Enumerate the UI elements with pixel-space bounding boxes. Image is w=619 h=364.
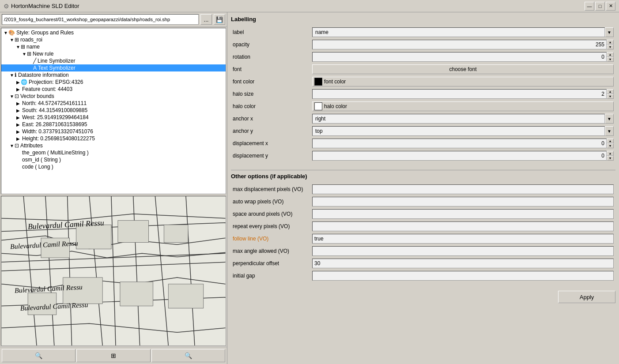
- text-input-4[interactable]: [312, 234, 614, 244]
- text-input-1[interactable]: [312, 197, 614, 206]
- form-label-10: displacement y: [231, 150, 310, 162]
- spinner-input-9[interactable]: [312, 139, 607, 148]
- tree-arrow-datastore-info: ▼: [9, 73, 15, 78]
- dropdown-btn-7[interactable]: ▼: [605, 114, 614, 124]
- spinner-down-10[interactable]: ▼: [607, 156, 614, 161]
- save-button[interactable]: 💾: [214, 14, 225, 25]
- tree-item-east[interactable]: ▶East: 26.288710631538695: [1, 121, 226, 128]
- spinner-input-2[interactable]: [312, 52, 607, 62]
- form-label-8: anchor y: [231, 125, 310, 137]
- svg-rect-20: [168, 284, 204, 308]
- tree-item-width[interactable]: ▶Width: 0.37379133207451076: [1, 128, 226, 135]
- form-label-3: repeat every pixels (VO): [231, 220, 310, 233]
- tree-item-text-symbolizer[interactable]: AText Symbolizer: [1, 64, 226, 71]
- text-input-2[interactable]: [312, 209, 614, 219]
- zoom-in-button[interactable]: 🔍: [2, 349, 75, 362]
- svg-rect-13: [76, 225, 112, 249]
- tree-item-osm-id[interactable]: osm_id ( String ): [1, 156, 226, 163]
- fit-button[interactable]: ⊞: [76, 349, 150, 362]
- maximize-button[interactable]: □: [595, 2, 605, 11]
- spinner-up-9[interactable]: ▲: [607, 139, 614, 143]
- tree-item-projection[interactable]: ▶🌐Projection: EPSG:4326: [1, 79, 226, 86]
- tree-label-height: Height: 0.25698154080122275: [22, 135, 95, 142]
- close-button[interactable]: ✕: [606, 2, 615, 11]
- tree-label-vector-bounds: Vector bounds: [20, 93, 54, 99]
- tree-item-height[interactable]: ▶Height: 0.25698154080122275: [1, 135, 226, 142]
- tree-arrow-vector-bounds: ▼: [9, 94, 15, 99]
- text-input-0[interactable]: [312, 184, 614, 194]
- spinner-down-9[interactable]: ▼: [607, 143, 614, 148]
- tree-item-feature-count[interactable]: ▶Feature count: 44403: [1, 86, 226, 93]
- text-input-3[interactable]: [312, 221, 614, 231]
- form-label-5: max angle allowed (VO): [231, 245, 310, 257]
- text-input-6[interactable]: [312, 259, 614, 268]
- form-control-0: [310, 183, 615, 195]
- text-input-7[interactable]: [312, 271, 614, 281]
- spinner-input-5[interactable]: [312, 89, 607, 99]
- tree-icon-line-symbolizer: ╱: [33, 58, 36, 64]
- tree-item-style-groups[interactable]: ▼🎨Style: Groups and Rules: [1, 29, 226, 36]
- text-input-5[interactable]: [312, 246, 614, 256]
- form-control-1: ▲▼: [310, 38, 615, 51]
- spinner-down-1[interactable]: ▼: [607, 45, 614, 49]
- spinner-down-5[interactable]: ▼: [607, 94, 614, 99]
- dropdown-btn-0[interactable]: ▼: [605, 27, 614, 37]
- file-path-input[interactable]: [2, 14, 199, 25]
- tree-item-line-symbolizer[interactable]: ╱Line Symbolizer: [1, 57, 226, 64]
- tree-item-name[interactable]: ▼⊞name: [1, 43, 226, 50]
- spinner-up-1[interactable]: ▲: [607, 40, 614, 45]
- spinner-up-2[interactable]: ▲: [607, 52, 614, 57]
- spinner-down-2[interactable]: ▼: [607, 57, 614, 62]
- color-picker-4[interactable]: font color: [312, 77, 614, 86]
- spinner-up-10[interactable]: ▲: [607, 151, 614, 156]
- tree-arrow-west: ▶: [15, 115, 21, 120]
- tree-arrow-east: ▶: [15, 122, 21, 127]
- tree-arrow-attributes: ▼: [9, 143, 15, 148]
- zoom-out-button[interactable]: 🔍: [151, 349, 225, 362]
- dropdown-input-7[interactable]: [312, 114, 605, 124]
- tree-icon-roads-roi: ⊞: [15, 37, 19, 43]
- form-row-6: perpendicular offset: [231, 257, 615, 270]
- form-label-6: halo color: [231, 100, 310, 113]
- svg-rect-16: [164, 225, 188, 243]
- minimize-button[interactable]: —: [585, 2, 594, 11]
- form-row-5: halo size▲▼: [231, 88, 615, 100]
- browse-button[interactable]: ...: [200, 14, 212, 25]
- spinner-up-5[interactable]: ▲: [607, 89, 614, 94]
- tree-item-new-rule[interactable]: ▼⊞New rule: [1, 50, 226, 57]
- spinner-input-10[interactable]: [312, 151, 607, 161]
- spinner-input-1[interactable]: [312, 40, 607, 49]
- tree-item-west[interactable]: ▶West: 25.914919299464184: [1, 114, 226, 121]
- tree-arrow-feature-count: ▶: [15, 87, 21, 92]
- tree-item-the-geom[interactable]: the_geom ( MultiLineString ): [1, 149, 226, 156]
- other-options-form: max displacement pixels (VO)auto wrap pi…: [231, 183, 615, 282]
- form-row-6: halo colorhalo color: [231, 100, 615, 113]
- dropdown-input-8[interactable]: [312, 126, 605, 136]
- form-row-8: anchor y▼: [231, 125, 615, 137]
- tree-icon-projection: 🌐: [21, 79, 27, 85]
- file-path-bar: ... 💾: [0, 12, 227, 27]
- tree-item-datastore-info[interactable]: ▼ℹDatastore information: [1, 71, 226, 79]
- tree-item-attributes[interactable]: ▼⊡Attributes: [1, 142, 226, 149]
- font-button-3[interactable]: choose font: [312, 64, 614, 74]
- dropdown-input-0[interactable]: [312, 27, 605, 37]
- dropdown-btn-8[interactable]: ▼: [605, 126, 614, 136]
- color-picker-6[interactable]: halo color: [312, 101, 614, 111]
- tree-item-roads-roi[interactable]: ▼⊞roads_roi: [1, 36, 226, 43]
- form-row-3: fontchoose font: [231, 63, 615, 75]
- tree-icon-attributes: ⊡: [15, 143, 19, 149]
- form-control-6: [310, 257, 615, 270]
- section-divider: [231, 170, 615, 170]
- bottom-toolbar: 🔍 ⊞ 🔍: [0, 347, 227, 364]
- tree-item-south[interactable]: ▶South: 44.31549100809885: [1, 107, 226, 114]
- tree-item-vector-bounds[interactable]: ▼⊡Vector bounds: [1, 93, 226, 100]
- tree-item-north[interactable]: ▶North: 44.57247254161111: [1, 100, 226, 107]
- title-bar-left: ⚙ HortonMachine SLD Editor: [4, 3, 79, 10]
- tree-label-line-symbolizer: Line Symbolizer: [38, 58, 75, 64]
- apply-button[interactable]: Apply: [558, 291, 615, 303]
- other-options-title: Other options (if applicable): [231, 173, 615, 180]
- form-label-5: halo size: [231, 88, 310, 100]
- tree-arrow-width: ▶: [15, 129, 21, 134]
- tree-item-code[interactable]: code ( Long ): [1, 163, 226, 170]
- app-icon: ⚙: [4, 3, 9, 10]
